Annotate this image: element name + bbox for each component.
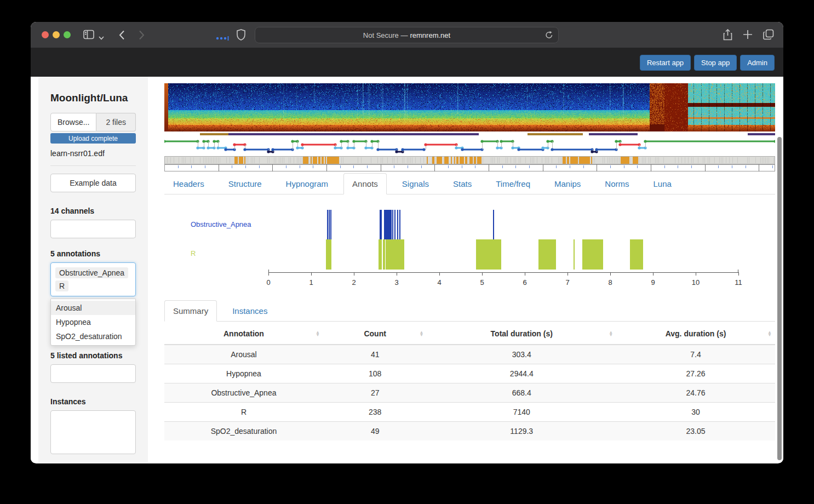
tab-stats[interactable]: Stats — [444, 173, 480, 194]
table-row[interactable]: SpO2_desaturation491129.323.05 — [164, 422, 775, 441]
reload-icon[interactable] — [545, 31, 553, 41]
dropdown-option-spo2-desaturation[interactable]: SpO2_desaturation — [51, 329, 135, 343]
annotation-bars-strip — [164, 131, 775, 137]
address-bar[interactable]: Not Secure — remnrem.net — [255, 27, 559, 43]
page-content: Moonlight/Luna Browse... 2 files Upload … — [31, 77, 783, 463]
table-cell: 27.26 — [616, 364, 775, 383]
instances-label: Instances — [50, 397, 136, 406]
app-title: Moonlight/Luna — [50, 92, 136, 104]
series-label-obstructive-apnea: Obstructive_Apnea — [191, 220, 251, 228]
x-axis-label: 6 — [523, 278, 526, 287]
r-interval-block — [538, 239, 556, 270]
selected-chip-r[interactable]: R — [55, 280, 68, 291]
forward-icon[interactable] — [139, 30, 145, 42]
tab-annots[interactable]: Annots — [343, 173, 387, 194]
listed-annotations-select[interactable] — [50, 364, 136, 383]
browse-button[interactable]: Browse... — [50, 113, 96, 131]
series-label-r: R — [191, 249, 196, 257]
sort-icon[interactable]: ▲▼ — [767, 331, 772, 336]
table-cell: SpO2_desaturation — [164, 422, 323, 441]
chevron-down-icon[interactable] — [99, 32, 104, 42]
share-icon[interactable] — [723, 29, 732, 43]
apnea-event-line — [327, 210, 328, 239]
tab-overview-icon[interactable] — [763, 29, 774, 42]
x-axis-label: 0 — [266, 278, 270, 287]
table-row[interactable]: Obstructive_Apnea27668.424.76 — [164, 383, 775, 403]
r-interval-block — [379, 239, 382, 270]
x-axis-tick — [397, 272, 397, 276]
file-input-group: Browse... 2 files — [50, 113, 136, 131]
table-row[interactable]: Arousal41303.47.4 — [164, 345, 775, 364]
table-row[interactable]: Hypopnea1082944.427.26 — [164, 364, 775, 383]
tab-headers[interactable]: Headers — [164, 173, 213, 194]
sidebar-divider — [50, 165, 136, 166]
sidebar-toggle-icon[interactable] — [83, 30, 94, 42]
instances-box[interactable] — [50, 410, 136, 454]
channels-label: 14 channels — [50, 207, 136, 215]
dropdown-option-hypopnea[interactable]: Hypopnea — [51, 315, 135, 329]
sort-icon[interactable]: ▲▼ — [316, 331, 320, 336]
table-row[interactable]: R238714030 — [164, 403, 775, 422]
tab-luna[interactable]: Luna — [645, 173, 680, 194]
r-interval-block — [582, 239, 603, 270]
upload-progress-bar: Upload complete — [50, 133, 136, 144]
table-cell: Hypopnea — [164, 364, 323, 383]
table-cell: 108 — [323, 364, 427, 383]
x-axis-label: 10 — [692, 278, 700, 287]
privacy-shield-icon[interactable] — [237, 29, 245, 43]
hypnogram-track — [164, 137, 775, 156]
summary-table: Annotation▲▼Count▲▼Total duration (s)▲▼A… — [164, 323, 775, 440]
x-axis-tick — [738, 272, 739, 276]
overview-annotation-bar — [228, 133, 479, 135]
sort-icon[interactable]: ▲▼ — [420, 331, 424, 336]
tab-group-ellipsis-icon[interactable] — [216, 33, 229, 43]
column-header-count[interactable]: Count▲▼ — [323, 323, 427, 345]
r-interval-block — [326, 239, 331, 270]
sort-icon[interactable]: ▲▼ — [609, 331, 613, 336]
tab-structure[interactable]: Structure — [220, 173, 271, 194]
table-cell: 2944.4 — [427, 364, 616, 383]
table-cell: 49 — [323, 422, 427, 441]
new-tab-icon[interactable] — [743, 30, 753, 42]
minimize-button[interactable] — [53, 31, 60, 38]
dropdown-option-arousal[interactable]: Arousal — [51, 301, 135, 315]
table-cell: 7.4 — [616, 345, 775, 364]
tab-instances[interactable]: Instances — [223, 300, 276, 322]
x-axis-label: 5 — [480, 278, 484, 287]
restart-app-button[interactable]: Restart app — [640, 55, 691, 71]
tab-norms[interactable]: Norms — [596, 173, 638, 194]
table-cell: 23.05 — [616, 422, 775, 441]
tab-time-freq[interactable]: Time/freq — [487, 173, 539, 194]
x-axis-tick — [567, 272, 568, 276]
stop-app-button[interactable]: Stop app — [694, 55, 737, 71]
zoom-button[interactable] — [64, 31, 71, 38]
back-icon[interactable] — [119, 30, 125, 42]
admin-button[interactable]: Admin — [740, 55, 775, 71]
table-header: Annotation▲▼Count▲▼Total duration (s)▲▼A… — [164, 323, 775, 345]
overview-annotation-bar — [528, 133, 582, 135]
x-axis-label: 1 — [309, 278, 313, 287]
table-cell: 7140 — [427, 403, 616, 422]
x-axis-label: 7 — [565, 278, 569, 287]
x-axis-tick — [696, 272, 696, 276]
tab-summary[interactable]: Summary — [164, 300, 217, 322]
url-domain: remnrem.net — [410, 31, 450, 39]
tab-manips[interactable]: Manips — [546, 173, 589, 194]
tab-signals[interactable]: Signals — [393, 173, 438, 194]
column-header-annotation[interactable]: Annotation▲▼ — [164, 323, 323, 345]
table-body: Arousal41303.47.4Hypopnea1082944.427.26O… — [164, 345, 775, 440]
page-scrollbar[interactable] — [777, 137, 782, 460]
spectrogram-image — [164, 83, 775, 131]
tab-hypnogram[interactable]: Hypnogram — [277, 173, 337, 194]
column-header-total-duration-s-[interactable]: Total duration (s)▲▼ — [427, 323, 616, 345]
close-button[interactable] — [42, 31, 49, 38]
annotations-multiselect[interactable]: Obstructive_ApneaR — [50, 262, 136, 296]
apnea-event-line — [391, 210, 392, 239]
overview-annotation-bar — [589, 133, 638, 135]
r-interval-block — [476, 239, 501, 270]
selected-chip-obstructive-apnea[interactable]: Obstructive_Apnea — [55, 267, 128, 278]
apnea-event-line — [330, 210, 331, 239]
channels-select[interactable] — [50, 220, 136, 238]
example-data-button[interactable]: Example data — [50, 174, 136, 192]
column-header-avg-duration-s-[interactable]: Avg. duration (s)▲▼ — [616, 323, 775, 345]
